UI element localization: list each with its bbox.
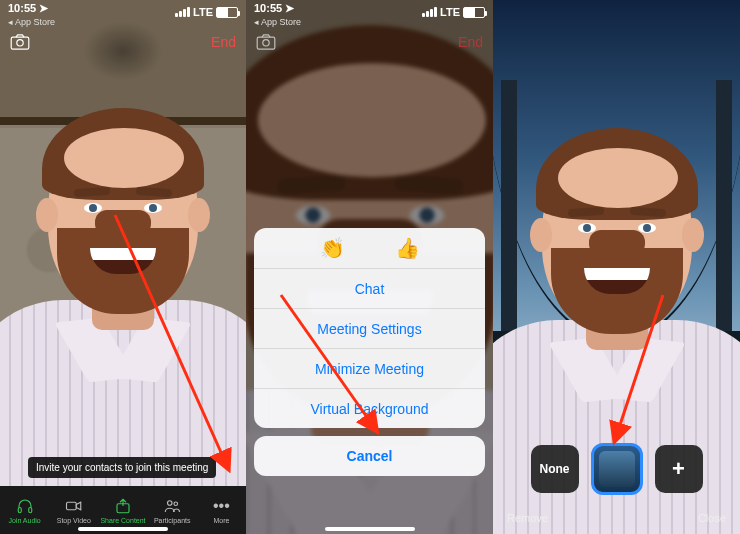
carrier-label: LTE <box>440 6 460 18</box>
more-icon: ••• <box>212 497 230 515</box>
status-bar: 10:55 ➤ ◂ App Store LTE <box>246 0 493 30</box>
svg-point-7 <box>174 501 178 505</box>
join-audio-button[interactable]: Join Audio <box>0 486 49 534</box>
action-sheet-card: 👏 👍 Chat Meeting Settings Minimize Meeti… <box>254 228 485 428</box>
svg-point-1 <box>17 40 23 46</box>
screenshot-3: None + Remove Close <box>493 0 740 534</box>
action-sheet: 👏 👍 Chat Meeting Settings Minimize Meeti… <box>254 228 485 484</box>
background-thumbnails: None + <box>493 442 740 496</box>
plus-icon: + <box>672 456 685 482</box>
headphones-icon <box>16 497 34 515</box>
toolbar-label: Join Audio <box>8 517 40 524</box>
status-bar: 10:55 ➤ ◂ App Store LTE <box>0 0 246 30</box>
screenshot-2: 10:55 ➤ ◂ App Store LTE End 👏 👍 <box>246 0 493 534</box>
status-time: 10:55 ➤ <box>254 2 294 15</box>
signal-icon <box>422 7 437 17</box>
status-time: 10:55 ➤ <box>8 2 48 15</box>
signal-icon <box>175 7 190 17</box>
svg-rect-3 <box>28 507 31 512</box>
video-icon <box>65 497 83 515</box>
svg-rect-4 <box>66 502 76 510</box>
menu-meeting-settings[interactable]: Meeting Settings <box>254 308 485 348</box>
invite-tooltip: Invite your contacts to join this meetin… <box>28 457 216 478</box>
menu-minimize-meeting[interactable]: Minimize Meeting <box>254 348 485 388</box>
bottom-actions: Remove Close <box>493 512 740 524</box>
menu-cancel[interactable]: Cancel <box>254 436 485 476</box>
camera-icon <box>10 34 30 50</box>
flip-camera-button[interactable] <box>10 34 30 54</box>
battery-icon <box>463 7 485 18</box>
share-icon <box>114 497 132 515</box>
toolbar-label: Share Content <box>100 517 145 524</box>
home-indicator[interactable] <box>78 527 168 531</box>
participants-icon <box>163 497 181 515</box>
status-right: LTE <box>422 6 485 18</box>
location-icon: ➤ <box>285 2 294 14</box>
svg-rect-2 <box>18 507 21 512</box>
cancel-card: Cancel <box>254 436 485 476</box>
menu-virtual-background[interactable]: Virtual Background <box>254 388 485 428</box>
carrier-label: LTE <box>193 6 213 18</box>
bg-option-none[interactable]: None <box>531 445 579 493</box>
remove-button[interactable]: Remove <box>507 512 548 524</box>
home-indicator[interactable] <box>325 527 415 531</box>
close-button[interactable]: Close <box>698 512 726 524</box>
status-back-app[interactable]: ◂ App Store <box>8 17 55 27</box>
menu-chat[interactable]: Chat <box>254 268 485 308</box>
battery-icon <box>216 7 238 18</box>
toolbar-label: Stop Video <box>57 517 91 524</box>
bg-option-add[interactable]: + <box>655 445 703 493</box>
toolbar-label: Participants <box>154 517 191 524</box>
meeting-topbar: End <box>0 30 246 58</box>
location-icon: ➤ <box>39 2 48 14</box>
reaction-clap[interactable]: 👏 <box>320 236 345 260</box>
reaction-thumbs-up[interactable]: 👍 <box>395 236 420 260</box>
toolbar-label: More <box>213 517 229 524</box>
triptych: 10:55 ➤ ◂ App Store LTE End Invite your … <box>0 0 740 534</box>
svg-point-6 <box>168 500 173 505</box>
reactions-row: 👏 👍 <box>254 228 485 268</box>
status-back-app[interactable]: ◂ App Store <box>254 17 301 27</box>
status-right: LTE <box>175 6 238 18</box>
end-meeting-button[interactable]: End <box>211 34 236 50</box>
screenshot-1: 10:55 ➤ ◂ App Store LTE End Invite your … <box>0 0 246 534</box>
thumb-label: None <box>540 462 570 476</box>
more-button[interactable]: ••• More <box>197 486 246 534</box>
bg-option-bridge-selected[interactable] <box>593 445 641 493</box>
